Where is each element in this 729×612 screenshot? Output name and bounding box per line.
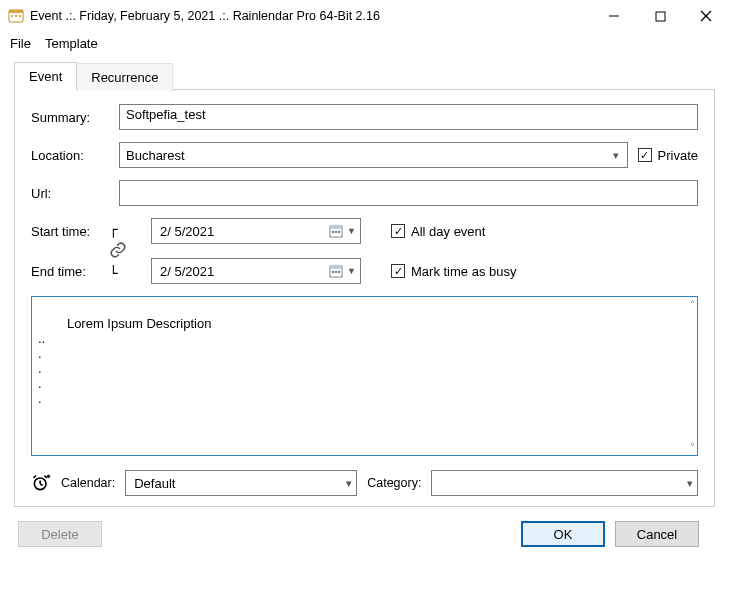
private-label: Private: [658, 148, 698, 163]
event-dialog: Event .:. Friday, February 5, 2021 .:. R…: [0, 0, 729, 612]
menubar: File Template: [0, 32, 729, 61]
svg-rect-10: [330, 226, 342, 229]
close-button[interactable]: [683, 1, 729, 31]
chevron-down-icon: ▼: [345, 266, 356, 276]
svg-rect-6: [656, 12, 665, 21]
menu-file[interactable]: File: [10, 36, 31, 51]
tab-recurrence[interactable]: Recurrence: [77, 63, 173, 91]
location-combo[interactable]: Bucharest ▾: [119, 142, 628, 168]
location-label: Location:: [31, 148, 109, 163]
location-value: Bucharest: [126, 148, 609, 163]
svg-rect-4: [19, 15, 21, 17]
calendar-select[interactable]: Default ▾: [125, 470, 357, 496]
url-input[interactable]: [119, 180, 698, 206]
svg-rect-11: [332, 231, 334, 233]
window-controls: [591, 1, 729, 31]
svg-line-23: [44, 476, 47, 479]
svg-rect-3: [15, 15, 17, 17]
titlebar: Event .:. Friday, February 5, 2021 .:. R…: [0, 0, 729, 32]
svg-rect-13: [338, 231, 340, 233]
category-label: Category:: [367, 476, 421, 490]
calendar-category-row: Calendar: Default ▾ Category: ▾: [31, 470, 698, 496]
calendar-icon: [327, 262, 345, 280]
bracket-bottom: └: [109, 265, 151, 284]
svg-rect-15: [330, 266, 342, 269]
content-area: Event Recurrence Summary: Softpefia_test…: [0, 61, 729, 612]
url-label: Url:: [31, 186, 109, 201]
check-icon: ✓: [391, 224, 405, 238]
category-select[interactable]: ▾: [431, 470, 698, 496]
svg-rect-16: [332, 271, 334, 273]
dates-block: Start time: ┌ 2/ 5/2021 ▼: [31, 218, 698, 284]
private-checkbox[interactable]: ✓ Private: [638, 148, 698, 163]
link-icon[interactable]: [109, 241, 127, 262]
ok-button[interactable]: OK: [521, 521, 605, 547]
busy-label: Mark time as busy: [411, 264, 516, 279]
summary-label: Summary:: [31, 110, 109, 125]
svg-line-22: [34, 476, 37, 479]
allday-label: All day event: [411, 224, 485, 239]
svg-line-21: [40, 484, 43, 486]
svg-rect-17: [335, 271, 337, 273]
chevron-down-icon: ▾: [609, 149, 623, 162]
description-text: Lorem Ipsum Description .. . . . .: [38, 316, 211, 406]
busy-checkbox[interactable]: ✓ Mark time as busy: [391, 264, 698, 279]
maximize-button[interactable]: [637, 1, 683, 31]
svg-rect-18: [338, 271, 340, 273]
check-icon: ✓: [391, 264, 405, 278]
menu-template[interactable]: Template: [45, 36, 98, 51]
scroll-down-icon[interactable]: ˅: [690, 442, 695, 453]
svg-rect-12: [335, 231, 337, 233]
calendar-value: Default: [134, 476, 346, 491]
chevron-down-icon: ▼: [345, 226, 356, 236]
window-title: Event .:. Friday, February 5, 2021 .:. R…: [30, 9, 591, 23]
cancel-button[interactable]: Cancel: [615, 521, 699, 547]
chevron-down-icon: ▾: [346, 477, 352, 490]
start-time-label: Start time:: [31, 224, 109, 239]
start-date-picker[interactable]: 2/ 5/2021 ▼: [151, 218, 361, 244]
end-date-picker[interactable]: 2/ 5/2021 ▼: [151, 258, 361, 284]
app-icon: [8, 8, 24, 24]
bracket-top: ┌: [109, 218, 151, 237]
event-panel: Summary: Softpefia_test Location: Buchar…: [14, 89, 715, 507]
start-date-value: 2/ 5/2021: [160, 224, 327, 239]
description-textarea[interactable]: Lorem Ipsum Description .. . . . . ˄ ˅: [31, 296, 698, 456]
allday-checkbox[interactable]: ✓ All day event: [391, 224, 698, 239]
summary-input[interactable]: Softpefia_test: [119, 104, 698, 130]
calendar-icon: [327, 222, 345, 240]
scroll-up-icon[interactable]: ˄: [690, 299, 695, 310]
minimize-button[interactable]: [591, 1, 637, 31]
chevron-down-icon: ▾: [687, 477, 693, 490]
alarm-add-icon[interactable]: [31, 473, 51, 493]
dialog-footer: Delete OK Cancel: [14, 507, 715, 547]
svg-rect-2: [11, 15, 13, 17]
end-time-label: End time:: [31, 264, 109, 279]
tab-event[interactable]: Event: [14, 62, 77, 90]
calendar-label: Calendar:: [61, 476, 115, 490]
tabstrip: Event Recurrence: [14, 62, 715, 90]
svg-rect-1: [9, 10, 23, 13]
check-icon: ✓: [638, 148, 652, 162]
delete-button[interactable]: Delete: [18, 521, 102, 547]
end-date-value: 2/ 5/2021: [160, 264, 327, 279]
